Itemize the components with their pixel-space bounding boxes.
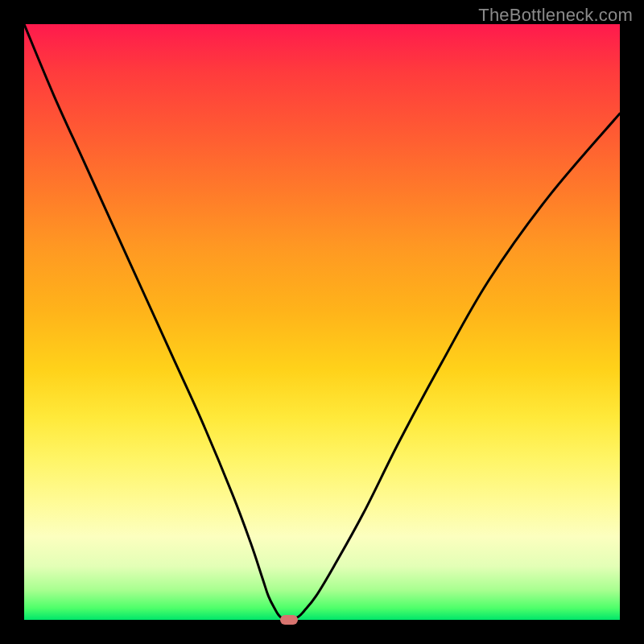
bottleneck-curve bbox=[24, 24, 620, 620]
optimal-marker bbox=[280, 615, 298, 625]
curve-svg bbox=[24, 24, 620, 620]
chart-frame: TheBottleneck.com bbox=[0, 0, 644, 644]
plot-area bbox=[24, 24, 620, 620]
watermark-text: TheBottleneck.com bbox=[478, 5, 633, 26]
